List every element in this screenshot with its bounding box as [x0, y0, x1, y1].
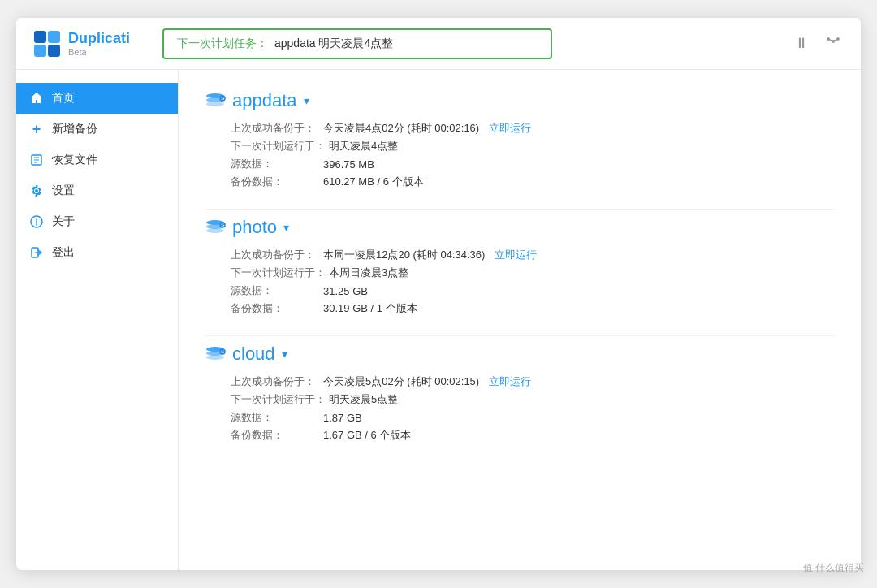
- svg-rect-3: [48, 45, 60, 57]
- backup-stack-icon-appdata: [205, 89, 226, 111]
- header-settings-button[interactable]: [822, 30, 845, 57]
- restore-icon: [29, 153, 44, 167]
- next-task-label: 下一次计划任务：: [177, 37, 268, 51]
- backup-size-value-appdata: 610.27 MB / 6 个版本: [323, 175, 424, 189]
- source-row-photo: 源数据： 31.25 GB: [231, 283, 835, 298]
- backup-details-cloud: 上次成功备份于： 今天凌晨5点02分 (耗时 00:02:15) 立即运行 下一…: [205, 374, 835, 443]
- sidebar: 首页 + 新增备份 恢复文件: [16, 70, 179, 570]
- backup-card-photo: photo ▾ 上次成功备份于： 本周一凌晨12点20 (耗时 04:34:36…: [205, 216, 835, 336]
- backup-size-row-cloud: 备份数据： 1.67 GB / 6 个版本: [231, 428, 835, 443]
- backup-details-appdata: 上次成功备份于： 今天凌晨4点02分 (耗时 00:02:16) 立即运行 下一…: [205, 121, 835, 189]
- sidebar-label-home: 首页: [52, 91, 75, 106]
- last-success-value-photo: 本周一凌晨12点20 (耗时 04:34:36): [323, 248, 485, 262]
- header-actions: ⏸: [791, 30, 845, 57]
- app-subtitle: Beta: [68, 47, 130, 57]
- sidebar-item-restore[interactable]: 恢复文件: [16, 145, 178, 175]
- settings-icon: [29, 184, 44, 198]
- sidebar-label-about: 关于: [52, 214, 75, 229]
- source-label-photo: 源数据：: [231, 283, 320, 298]
- sidebar-item-settings[interactable]: 设置: [16, 175, 178, 206]
- next-run-row-photo: 下一次计划运行于： 本周日凌晨3点整: [231, 266, 835, 280]
- backup-stack-icon-cloud: [205, 343, 226, 365]
- next-run-value-appdata: 明天凌晨4点整: [329, 139, 398, 153]
- backup-size-label-photo: 备份数据：: [231, 301, 320, 316]
- next-run-label-appdata: 下一次计划运行于：: [231, 139, 326, 153]
- backup-card-appdata: appdata ▾ 上次成功备份于： 今天凌晨4点02分 (耗时 00:02:1…: [205, 89, 835, 210]
- header: Duplicati Beta 下一次计划任务： appdata 明天凌晨4点整 …: [16, 18, 861, 70]
- backup-size-row-photo: 备份数据： 30.19 GB / 1 个版本: [231, 301, 835, 316]
- sidebar-item-add-backup[interactable]: + 新增备份: [16, 114, 178, 145]
- add-icon: +: [29, 122, 44, 136]
- backup-header-photo: photo ▾: [205, 216, 835, 238]
- logout-icon: [29, 245, 44, 260]
- sidebar-item-home[interactable]: 首页: [16, 83, 178, 114]
- connection-icon: [825, 33, 841, 50]
- run-now-link-cloud[interactable]: 立即运行: [489, 374, 531, 389]
- about-icon: [29, 214, 44, 229]
- backup-stack-icon-photo: [205, 216, 226, 238]
- logo-icon: [32, 29, 62, 58]
- sidebar-label-add: 新增备份: [52, 122, 97, 136]
- sidebar-item-about[interactable]: 关于: [16, 206, 178, 237]
- backup-size-value-photo: 30.19 GB / 1 个版本: [323, 301, 417, 316]
- backup-size-row-appdata: 备份数据： 610.27 MB / 6 个版本: [231, 175, 835, 189]
- backup-size-label-cloud: 备份数据：: [231, 428, 320, 443]
- app-window: Duplicati Beta 下一次计划任务： appdata 明天凌晨4点整 …: [16, 18, 861, 570]
- backup-dropdown-arrow-cloud[interactable]: ▾: [282, 348, 287, 361]
- source-value-cloud: 1.87 GB: [323, 412, 362, 424]
- svg-rect-0: [34, 31, 46, 43]
- logo-area: Duplicati Beta: [32, 29, 146, 58]
- sidebar-item-logout[interactable]: 登出: [16, 237, 178, 268]
- next-task-value: appdata 明天凌晨4点整: [274, 37, 393, 51]
- sidebar-label-logout: 登出: [52, 245, 75, 260]
- app-title: Duplicati: [68, 30, 130, 48]
- source-value-photo: 31.25 GB: [323, 285, 368, 297]
- sidebar-label-settings: 设置: [52, 184, 75, 198]
- backup-header-cloud: cloud ▾: [205, 343, 835, 365]
- backup-dropdown-arrow-photo[interactable]: ▾: [283, 221, 289, 234]
- backup-name-cloud: cloud: [232, 344, 275, 365]
- body: 首页 + 新增备份 恢复文件: [16, 70, 861, 570]
- run-now-link-appdata[interactable]: 立即运行: [489, 121, 531, 136]
- next-run-label-photo: 下一次计划运行于：: [231, 266, 326, 280]
- source-row-appdata: 源数据： 396.75 MB: [231, 157, 835, 171]
- last-success-value-cloud: 今天凌晨5点02分 (耗时 00:02:15): [323, 374, 479, 389]
- svg-rect-1: [48, 31, 60, 43]
- last-success-row-photo: 上次成功备份于： 本周一凌晨12点20 (耗时 04:34:36) 立即运行: [231, 248, 835, 262]
- home-icon: [29, 91, 44, 106]
- last-success-value-appdata: 今天凌晨4点02分 (耗时 00:02:16): [323, 121, 479, 136]
- source-label-appdata: 源数据：: [231, 157, 320, 171]
- last-success-label-appdata: 上次成功备份于：: [231, 121, 320, 136]
- next-run-value-photo: 本周日凌晨3点整: [329, 266, 408, 280]
- last-success-label-cloud: 上次成功备份于：: [231, 374, 320, 389]
- backup-size-value-cloud: 1.67 GB / 6 个版本: [323, 428, 411, 443]
- backup-header-appdata: appdata ▾: [205, 89, 835, 111]
- main-content: appdata ▾ 上次成功备份于： 今天凌晨4点02分 (耗时 00:02:1…: [179, 70, 861, 570]
- backup-card-cloud: cloud ▾ 上次成功备份于： 今天凌晨5点02分 (耗时 00:02:15)…: [205, 343, 835, 462]
- backup-name-appdata: appdata: [232, 90, 297, 111]
- source-value-appdata: 396.75 MB: [323, 158, 374, 171]
- sidebar-label-restore: 恢复文件: [52, 153, 97, 167]
- run-now-link-photo[interactable]: 立即运行: [495, 248, 537, 262]
- logo-text: Duplicati Beta: [68, 30, 130, 58]
- last-success-row-cloud: 上次成功备份于： 今天凌晨5点02分 (耗时 00:02:15) 立即运行: [231, 374, 835, 389]
- svg-rect-2: [34, 45, 46, 57]
- next-run-label-cloud: 下一次计划运行于：: [231, 392, 326, 407]
- source-label-cloud: 源数据：: [231, 410, 320, 425]
- next-run-row-appdata: 下一次计划运行于： 明天凌晨4点整: [231, 139, 835, 153]
- pause-button[interactable]: ⏸: [791, 32, 812, 55]
- watermark: 值·什么值得买: [803, 561, 864, 575]
- next-task-bar: 下一次计划任务： appdata 明天凌晨4点整: [162, 28, 552, 59]
- backup-dropdown-arrow-appdata[interactable]: ▾: [304, 94, 309, 107]
- backup-size-label-appdata: 备份数据：: [231, 175, 320, 189]
- last-success-row-appdata: 上次成功备份于： 今天凌晨4点02分 (耗时 00:02:16) 立即运行: [231, 121, 835, 136]
- source-row-cloud: 源数据： 1.87 GB: [231, 410, 835, 425]
- next-run-value-cloud: 明天凌晨5点整: [329, 392, 398, 407]
- last-success-label-photo: 上次成功备份于：: [231, 248, 320, 262]
- next-run-row-cloud: 下一次计划运行于： 明天凌晨5点整: [231, 392, 835, 407]
- backup-name-photo: photo: [232, 217, 277, 238]
- backup-details-photo: 上次成功备份于： 本周一凌晨12点20 (耗时 04:34:36) 立即运行 下…: [205, 248, 835, 316]
